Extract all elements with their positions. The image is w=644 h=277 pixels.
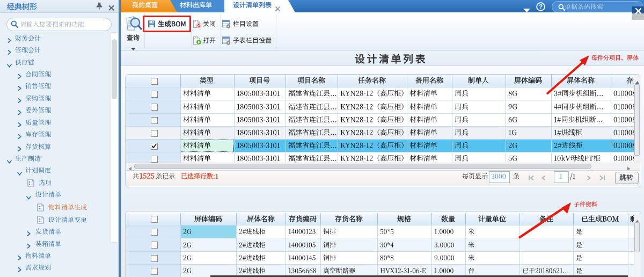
svg-text:?: ? <box>539 3 543 10</box>
